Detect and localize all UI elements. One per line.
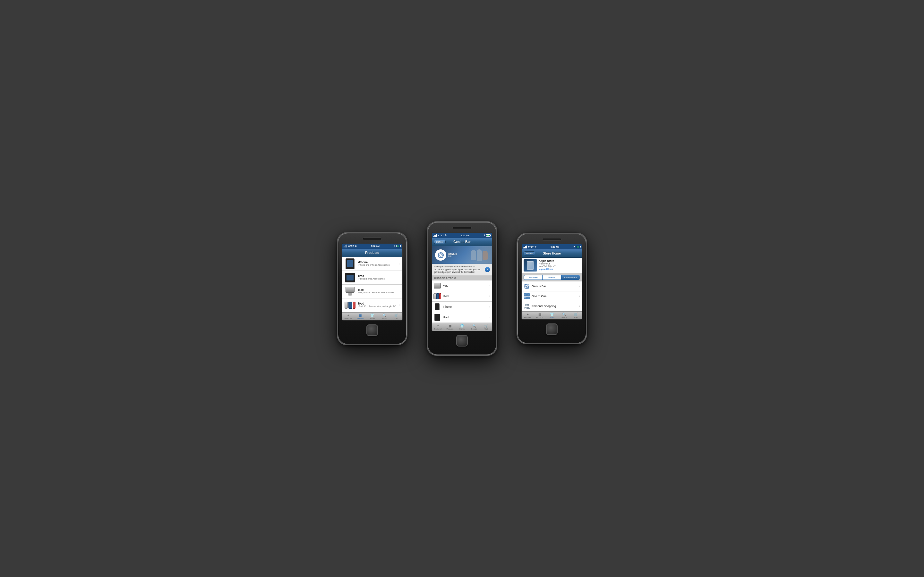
tab-featured-1[interactable]: ✦ Featured — [342, 313, 354, 320]
iphone-topic-icon — [434, 303, 441, 310]
bt-icon-2: ✦ — [483, 234, 485, 237]
tab-search-3[interactable]: 🔍 Search — [558, 311, 570, 319]
tab-cart-3[interactable]: 🛒 Cart — [570, 311, 582, 319]
mac-subtitle: Mac, Mac Accessories and Software — [358, 292, 397, 294]
tab-featured-2[interactable]: ✦ Featured — [432, 323, 444, 331]
list-item-ipod[interactable]: iPod iPod, iPod Accessories, and Apple T… — [342, 298, 402, 312]
tab-bar-store: ✦ Featured ▦ Products 👕 Stores 🔍 Search … — [522, 311, 582, 319]
wifi-icon-2: ⊛ — [445, 234, 447, 237]
svg-point-4 — [525, 304, 527, 306]
store-item-personal[interactable]: Personal Shopping › — [522, 301, 582, 311]
topic-iphone[interactable]: iPhone › — [432, 301, 492, 312]
home-button-3[interactable] — [546, 324, 557, 335]
tab-products-label-3: Products — [536, 316, 543, 318]
store-item-oto[interactable]: one to one One to One › — [522, 292, 582, 301]
tab-cart-label-2: Cart — [485, 328, 488, 330]
cart-icon-1: 🛒 — [394, 314, 398, 317]
store-tab-events[interactable]: Events — [543, 276, 561, 279]
tab-products-2[interactable]: ▦ Products — [444, 323, 456, 331]
mac-topic-chevron: › — [489, 284, 490, 287]
iphone-store: AT&T ⊛ 9:42 AM ✦ Stores Store Home — [517, 233, 587, 344]
tab-products-label-2: Products — [447, 328, 454, 330]
tab-products-label-1: Products — [357, 318, 364, 319]
tab-products-1[interactable]: ▦ Products — [354, 313, 367, 320]
ipod-thumb — [344, 300, 356, 310]
list-item-ipad[interactable]: iPad iPad and iPad Accessories › — [342, 271, 402, 285]
carrier-1: AT&T — [348, 245, 354, 247]
featured-icon-3: ✦ — [527, 313, 529, 316]
scene: AT&T ⊛ 9:42 AM ✦ Products — [324, 208, 600, 368]
screen-store: AT&T ⊛ 9:42 AM ✦ Stores Store Home — [521, 244, 582, 319]
genius-bar-chevron: › — [579, 285, 580, 288]
svg-point-3 — [526, 285, 527, 287]
tab-cart-1[interactable]: 🛒 Cart — [390, 313, 402, 320]
cancel-button[interactable]: Cancel — [434, 240, 446, 244]
tab-cart-2[interactable]: 🛒 Cart — [480, 323, 492, 331]
tab-search-label-3: Search — [561, 316, 567, 318]
topic-ipod-label: iPod — [443, 295, 487, 298]
home-button-2[interactable] — [456, 335, 468, 347]
featured-icon-2: ✦ — [437, 324, 439, 327]
tab-search-1[interactable]: 🔍 Search — [378, 313, 391, 320]
products-icon-1: ▦ — [359, 314, 362, 317]
genius-topics: Mac › iPod › — [432, 280, 492, 323]
list-item-iphone[interactable]: iPhone iPhone and iPhone Accessories › — [342, 257, 402, 271]
topic-mac[interactable]: Mac › — [432, 280, 492, 291]
iphone-subtitle: iPhone and iPhone Accessories — [358, 264, 397, 266]
time-3: 9:42 AM — [551, 246, 559, 248]
store-item-genius[interactable]: Genius Bar › — [522, 282, 582, 292]
signal-bars-3 — [523, 245, 527, 248]
tab-featured-3[interactable]: ✦ Featured — [522, 311, 534, 319]
topic-ipad[interactable]: iPad › — [432, 312, 492, 323]
store-items-list: Genius Bar › one to one — [522, 282, 582, 311]
speaker-2 — [452, 227, 472, 229]
bt-icon-3: ✦ — [573, 245, 575, 248]
time-1: 9:42 AM — [371, 245, 380, 247]
tab-featured-label-1: Featured — [344, 318, 352, 319]
topic-mac-label: Mac — [443, 284, 487, 287]
store-tab-reservations[interactable]: Reservations — [561, 276, 580, 279]
tab-stores-2[interactable]: 👕 Stores — [456, 323, 468, 331]
svg-point-5 — [527, 304, 529, 306]
ipod-title: iPod — [358, 302, 397, 305]
products-list: iPhone iPhone and iPhone Accessories › — [342, 257, 402, 312]
mac-topic-icon — [434, 282, 441, 289]
products-icon-2: ▦ — [449, 324, 451, 327]
tab-bar-products: ✦ Featured ▦ Products 👕 Stores 🔍 Search … — [342, 312, 402, 320]
list-item-mac[interactable]: Mac Mac, Mac Accessories and Software › — [342, 285, 402, 298]
store-name: Apple Store — [539, 259, 580, 263]
store-location: New York City, NY — [539, 265, 580, 268]
genius-banner: GENIUS BAR — [432, 246, 492, 264]
nav-bar-genius: Cancel Genius Bar — [432, 238, 492, 246]
one-to-one-icon: one to one — [523, 293, 530, 300]
ipad-thumb — [344, 272, 356, 283]
carrier-2: AT&T — [438, 234, 444, 237]
time-2: 9:42 AM — [461, 234, 469, 237]
cart-icon-3: 🛒 — [574, 313, 578, 316]
genius-go-button[interactable]: › — [485, 267, 490, 272]
tab-stores-3[interactable]: 👕 Stores — [546, 311, 558, 319]
tab-products-3[interactable]: ▦ Products — [534, 311, 546, 319]
ipad-text: iPad iPad and iPad Accessories — [358, 274, 397, 280]
store-subtitle: Fifth Avenue — [539, 263, 580, 265]
iphone-chevron: › — [399, 262, 401, 266]
ipad-subtitle: iPad and iPad Accessories — [358, 277, 397, 280]
carrier-3: AT&T — [528, 246, 533, 248]
iphone-title: iPhone — [358, 261, 397, 264]
topic-ipod[interactable]: iPod › — [432, 291, 492, 301]
tab-stores-1[interactable]: 👕 Stores — [366, 313, 378, 320]
store-tab-featured[interactable]: Featured — [524, 276, 543, 279]
home-button-1[interactable] — [367, 324, 378, 336]
tab-search-2[interactable]: 🔍 Search — [468, 323, 480, 331]
nav-bar-store: Stores Store Home — [522, 250, 582, 258]
store-tabs-segmented: Featured Events Reservations — [523, 275, 580, 280]
store-map-link[interactable]: Map and Hours — [539, 268, 580, 270]
iphone-thumb — [344, 259, 356, 269]
featured-icon-1: ✦ — [347, 314, 349, 317]
topic-iphone-label: iPhone — [443, 305, 487, 308]
personal-shopping-label: Personal Shopping — [531, 305, 577, 308]
stores-icon-2: 👕 — [460, 324, 464, 327]
stores-back-button[interactable]: Stores — [523, 251, 535, 255]
ipod-topic-chevron: › — [489, 295, 490, 298]
store-screen: Apple Store Fifth Avenue New York City, … — [522, 258, 582, 311]
